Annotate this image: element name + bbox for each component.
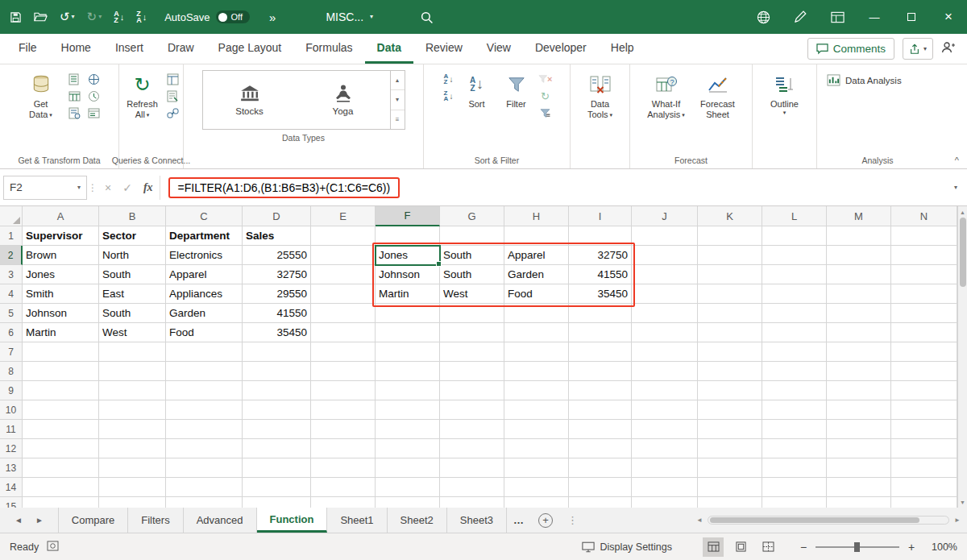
new-sheet-button[interactable]: + bbox=[530, 508, 561, 533]
cell-D5[interactable]: 41550 bbox=[243, 304, 311, 323]
people-button[interactable] bbox=[941, 41, 956, 57]
cell-J2[interactable] bbox=[632, 246, 698, 265]
scroll-right-button[interactable]: ► bbox=[951, 516, 964, 524]
cell-E10[interactable] bbox=[311, 400, 376, 420]
tab-formulas[interactable]: Formulas bbox=[293, 34, 364, 64]
cell-K11[interactable] bbox=[698, 420, 762, 439]
cell-J9[interactable] bbox=[632, 381, 698, 400]
cell-H1[interactable] bbox=[504, 226, 569, 246]
collapse-ribbon-button[interactable]: ^ bbox=[955, 156, 959, 165]
sheet-tab-sheet2[interactable]: Sheet2 bbox=[388, 508, 447, 533]
open-folder-button[interactable] bbox=[34, 11, 48, 23]
cell-E1[interactable] bbox=[311, 226, 376, 246]
formula-bar-expand-button[interactable]: ▾ bbox=[948, 184, 964, 191]
get-data-button[interactable]: Get Data▾ bbox=[18, 69, 64, 120]
cell-C13[interactable] bbox=[166, 458, 243, 478]
cell-N5[interactable] bbox=[891, 304, 957, 323]
row-header-10[interactable]: 10 bbox=[0, 400, 23, 420]
chevron-down-icon[interactable]: ▾ bbox=[77, 184, 81, 191]
clear-filter-button[interactable]: × bbox=[538, 73, 553, 85]
cell-L11[interactable] bbox=[762, 420, 827, 439]
sheet-tab-sheet3[interactable]: Sheet3 bbox=[447, 508, 507, 533]
data-type-yoga[interactable]: Yoga bbox=[297, 71, 390, 129]
cell-G1[interactable] bbox=[440, 226, 504, 246]
cell-N1[interactable] bbox=[891, 226, 957, 246]
cell-A4[interactable]: Smith bbox=[23, 284, 99, 304]
cell-L8[interactable] bbox=[762, 362, 827, 381]
cell-M2[interactable] bbox=[827, 246, 891, 265]
cell-N3[interactable] bbox=[891, 265, 957, 284]
from-table-range-button[interactable] bbox=[68, 89, 82, 102]
cell-I10[interactable] bbox=[569, 400, 632, 420]
cell-M6[interactable] bbox=[827, 323, 891, 342]
scroll-up-button[interactable]: ▲ bbox=[958, 206, 967, 218]
cell-K7[interactable] bbox=[698, 342, 762, 362]
cell-F3[interactable]: Johnson bbox=[376, 265, 440, 284]
cell-H11[interactable] bbox=[504, 420, 569, 439]
zoom-slider-thumb[interactable] bbox=[854, 542, 860, 552]
row-header-2[interactable]: 2 bbox=[0, 246, 23, 265]
cell-J8[interactable] bbox=[632, 362, 698, 381]
properties-button[interactable] bbox=[166, 89, 181, 102]
cell-N6[interactable] bbox=[891, 323, 957, 342]
enter-button[interactable]: ✓ bbox=[122, 181, 132, 194]
chevron-down-icon[interactable]: ▾ bbox=[72, 14, 75, 20]
cell-N13[interactable] bbox=[891, 458, 957, 478]
sheet-tab-function[interactable]: Function bbox=[257, 508, 328, 533]
cell-L14[interactable] bbox=[762, 478, 827, 497]
cell-B14[interactable] bbox=[99, 478, 166, 497]
cell-I12[interactable] bbox=[569, 439, 632, 458]
data-type-stocks[interactable]: Stocks bbox=[203, 71, 297, 129]
data-source-settings-button[interactable] bbox=[87, 106, 102, 119]
tab-page-layout[interactable]: Page Layout bbox=[206, 34, 294, 64]
name-box-divider[interactable]: ⋮ bbox=[87, 182, 98, 193]
cell-A7[interactable] bbox=[23, 342, 99, 362]
cell-D2[interactable]: 25550 bbox=[243, 246, 311, 265]
cell-H15[interactable] bbox=[504, 497, 569, 508]
cell-G11[interactable] bbox=[440, 420, 504, 439]
column-header-C[interactable]: C bbox=[166, 206, 243, 226]
cell-C3[interactable]: Apparel bbox=[166, 265, 243, 284]
cell-J3[interactable] bbox=[632, 265, 698, 284]
sheet-tab-advanced[interactable]: Advanced bbox=[184, 508, 257, 533]
cell-L5[interactable] bbox=[762, 304, 827, 323]
cell-C6[interactable]: Food bbox=[166, 323, 243, 342]
cell-H8[interactable] bbox=[504, 362, 569, 381]
cell-I1[interactable] bbox=[569, 226, 632, 246]
row-header-13[interactable]: 13 bbox=[0, 458, 23, 478]
sort-ascending-button[interactable] bbox=[114, 10, 124, 23]
gallery-up-button[interactable]: ▴ bbox=[391, 71, 405, 90]
row-header-3[interactable]: 3 bbox=[0, 265, 23, 284]
cell-H9[interactable] bbox=[504, 381, 569, 400]
cell-A11[interactable] bbox=[23, 420, 99, 439]
cell-F4[interactable]: Martin bbox=[376, 284, 440, 304]
page-break-view-button[interactable] bbox=[757, 537, 778, 557]
cell-D11[interactable] bbox=[243, 420, 311, 439]
cell-A5[interactable]: Johnson bbox=[23, 304, 99, 323]
cell-B9[interactable] bbox=[99, 381, 166, 400]
cell-B3[interactable]: South bbox=[99, 265, 166, 284]
cell-K2[interactable] bbox=[698, 246, 762, 265]
tab-draw[interactable]: Draw bbox=[156, 34, 206, 64]
cell-H5[interactable] bbox=[504, 304, 569, 323]
column-header-F[interactable]: F bbox=[376, 206, 440, 226]
what-if-analysis-button[interactable]: ? What-If Analysis▾ bbox=[641, 69, 691, 120]
cell-L13[interactable] bbox=[762, 458, 827, 478]
cell-L15[interactable] bbox=[762, 497, 827, 508]
row-header-15[interactable]: 15 bbox=[0, 497, 23, 508]
sheet-tab-filters[interactable]: Filters bbox=[128, 508, 183, 533]
sort-a-to-z-button[interactable] bbox=[442, 73, 456, 85]
cell-L6[interactable] bbox=[762, 323, 827, 342]
tab-file[interactable]: File bbox=[6, 34, 49, 64]
cell-I11[interactable] bbox=[569, 420, 632, 439]
cell-B1[interactable]: Sector bbox=[99, 226, 166, 246]
cell-A2[interactable]: Brown bbox=[23, 246, 99, 265]
cell-K5[interactable] bbox=[698, 304, 762, 323]
cell-G13[interactable] bbox=[440, 458, 504, 478]
cell-J4[interactable] bbox=[632, 284, 698, 304]
display-settings-button[interactable]: Display Settings bbox=[582, 541, 696, 553]
cell-I14[interactable] bbox=[569, 478, 632, 497]
cell-A10[interactable] bbox=[23, 400, 99, 420]
formula-input[interactable]: =FILTER(A1:D6,(B1:B6=B3)+(C1:C6=C6)) bbox=[160, 176, 948, 200]
cell-N11[interactable] bbox=[891, 420, 957, 439]
